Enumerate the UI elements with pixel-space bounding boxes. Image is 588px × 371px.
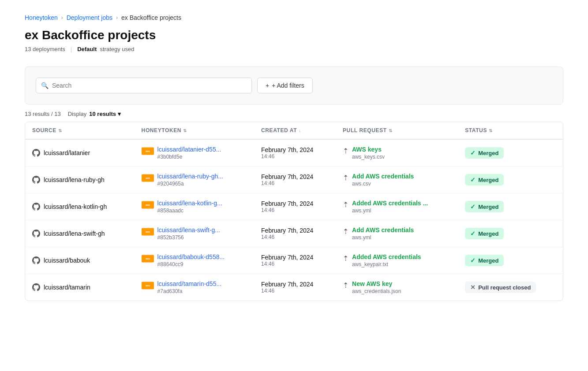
honeytoken-cell: aws lcuissard/lena-swift-g... #852b3756 xyxy=(142,226,247,241)
date-cell: February 7th, 2024 14:46 xyxy=(261,254,329,267)
display-select[interactable]: 10 results ▾ xyxy=(89,111,121,117)
pr-link[interactable]: AWS keys xyxy=(352,146,382,153)
status-label: Merged xyxy=(478,204,498,210)
sort-honeytoken[interactable]: HONEYTOKEN ⇅ xyxy=(142,127,187,134)
pr-link[interactable]: Add AWS credentials xyxy=(352,226,414,234)
status-label: Merged xyxy=(478,177,498,183)
honeytoken-hash: #852b3756 xyxy=(157,234,220,241)
status-badge: ✓ Merged xyxy=(465,228,504,239)
svg-text:aws: aws xyxy=(146,204,150,206)
honeytoken-link[interactable]: lcuissard/lena-kotlin-g... xyxy=(157,200,222,207)
pr-info: AWS keys aws_keys.csv xyxy=(352,146,385,160)
source-cell: lcuissard/lena-ruby-gh xyxy=(32,176,127,184)
svg-text:aws: aws xyxy=(146,150,150,152)
pr-file: aws.yml xyxy=(352,208,428,214)
date-cell: February 7th, 2024 14:46 xyxy=(261,146,329,160)
svg-text:aws: aws xyxy=(146,257,150,260)
closed-icon: ✕ xyxy=(470,284,476,291)
breadcrumb-current: ex Backoffice projects xyxy=(121,14,181,21)
add-filters-label: + Add filters xyxy=(272,82,304,89)
honeytoken-info: lcuissard/latanier-d55... #3b0bfd5e xyxy=(157,146,221,160)
pr-file: aws.csv xyxy=(352,181,414,187)
breadcrumb-deployment-jobs[interactable]: Deployment jobs xyxy=(67,14,112,21)
status-badge: ✓ Merged xyxy=(465,147,504,159)
status-badge: ✓ Merged xyxy=(465,201,504,212)
search-icon: 🔍 xyxy=(41,82,49,89)
honeytoken-link[interactable]: lcuissard/latanier-d55... xyxy=(157,146,221,153)
table-row: lcuissard/tamarin aws lcuissard/tamarin-… xyxy=(25,274,563,301)
source-cell: lcuissard/babouk xyxy=(32,256,127,264)
source-name: lcuissard/lena-ruby-gh xyxy=(44,176,105,183)
table-row: lcuissard/lena-ruby-gh aws lcuissard/len… xyxy=(25,167,563,193)
pr-link[interactable]: Add AWS credentials xyxy=(352,173,414,180)
date-main: February 7th, 2024 xyxy=(261,200,329,207)
breadcrumb-honeytoken[interactable]: Honeytoken xyxy=(25,14,58,21)
sort-source[interactable]: SOURCE ⇅ xyxy=(32,127,62,134)
sort-source-icon: ⇅ xyxy=(58,128,62,133)
github-icon xyxy=(32,149,40,157)
pr-merge-icon: ⇡ xyxy=(343,174,348,182)
sort-pull-request[interactable]: PULL REQUEST ⇅ xyxy=(343,127,392,134)
svg-text:aws: aws xyxy=(146,177,150,179)
honeytoken-link[interactable]: lcuissard/tamarin-d55... xyxy=(157,280,222,287)
source-name: lcuissard/tamarin xyxy=(44,284,90,291)
col-honeytoken-label: HONEYTOKEN xyxy=(142,127,181,134)
honeytoken-info: lcuissard/lena-kotlin-g... #858aaadc xyxy=(157,200,222,214)
status-label: Merged xyxy=(478,150,498,156)
sort-pull-request-icon: ⇅ xyxy=(389,128,393,133)
pr-file: aws.yml xyxy=(352,234,414,241)
date-time: 14:46 xyxy=(261,180,329,186)
github-icon xyxy=(32,176,40,184)
pr-info: New AWS key aws_credentials.json xyxy=(352,280,401,294)
source-name: lcuissard/latanier xyxy=(44,149,90,156)
github-icon xyxy=(32,230,40,237)
aws-icon: aws xyxy=(142,200,154,209)
pr-link[interactable]: Added AWS credentials ... xyxy=(352,200,428,207)
sort-created-at[interactable]: CREATED AT ↓ xyxy=(261,127,301,134)
date-cell: February 7th, 2024 14:46 xyxy=(261,281,329,294)
date-cell: February 7th, 2024 14:46 xyxy=(261,200,329,213)
honeytoken-hash: #88640cc9 xyxy=(157,261,225,267)
date-main: February 7th, 2024 xyxy=(261,254,329,261)
sort-status-icon: ⇅ xyxy=(489,128,493,133)
source-cell: lcuissard/tamarin xyxy=(32,283,127,291)
search-wrapper: 🔍 xyxy=(36,78,252,93)
sort-created-at-icon: ↓ xyxy=(299,128,301,133)
pr-cell: ⇡ Add AWS credentials aws.csv xyxy=(343,173,451,187)
date-main: February 7th, 2024 xyxy=(261,146,329,153)
pr-file: aws_keys.csv xyxy=(352,154,385,160)
pr-cell: ⇡ AWS keys aws_keys.csv xyxy=(343,146,451,160)
honeytoken-cell: aws lcuissard/tamarin-d55... #7ad630fa xyxy=(142,280,247,294)
pr-link[interactable]: Added AWS credentials xyxy=(352,253,421,260)
chevron-down-icon: ▾ xyxy=(118,111,121,117)
pr-info: Add AWS credentials aws.csv xyxy=(352,173,414,187)
table-header-row: SOURCE ⇅ HONEYTOKEN ⇅ CREATED AT ↓ xyxy=(25,122,563,139)
pr-link[interactable]: New AWS key xyxy=(352,280,392,287)
honeytoken-info: lcuissard/lena-ruby-gh... #9204965a xyxy=(157,173,223,187)
pr-merge-icon: ⇡ xyxy=(343,147,348,155)
status-label: Merged xyxy=(478,257,498,264)
date-time: 14:46 xyxy=(261,207,329,213)
table-row: lcuissard/lena-swift-gh aws lcuissard/le… xyxy=(25,220,563,247)
sort-status[interactable]: STATUS ⇅ xyxy=(465,127,492,134)
search-input[interactable] xyxy=(36,78,252,93)
pr-merge-icon: ⇡ xyxy=(343,200,348,209)
aws-icon: aws xyxy=(142,281,154,290)
honeytoken-link[interactable]: lcuissard/babouk-d558... xyxy=(157,253,225,260)
strategy-label: Default xyxy=(77,46,97,52)
source-cell: lcuissard/latanier xyxy=(32,149,127,157)
add-filters-button[interactable]: + + Add filters xyxy=(257,78,313,93)
filter-bar: 🔍 + + Add filters xyxy=(25,67,563,104)
honeytoken-link[interactable]: lcuissard/lena-ruby-gh... xyxy=(157,173,223,180)
date-cell: February 7th, 2024 14:46 xyxy=(261,173,329,186)
date-main: February 7th, 2024 xyxy=(261,173,329,180)
honeytoken-cell: aws lcuissard/lena-ruby-gh... #9204965a xyxy=(142,173,247,187)
aws-icon: aws xyxy=(142,254,154,263)
table-row: lcuissard/latanier aws lcuissard/latanie… xyxy=(25,139,563,167)
date-main: February 7th, 2024 xyxy=(261,281,329,288)
source-name: lcuissard/lena-kotlin-gh xyxy=(44,203,107,210)
source-cell: lcuissard/lena-swift-gh xyxy=(32,230,127,237)
honeytoken-link[interactable]: lcuissard/lena-swift-g... xyxy=(157,226,220,234)
pr-cell: ⇡ Add AWS credentials aws.yml xyxy=(343,226,451,241)
date-time: 14:46 xyxy=(261,261,329,267)
